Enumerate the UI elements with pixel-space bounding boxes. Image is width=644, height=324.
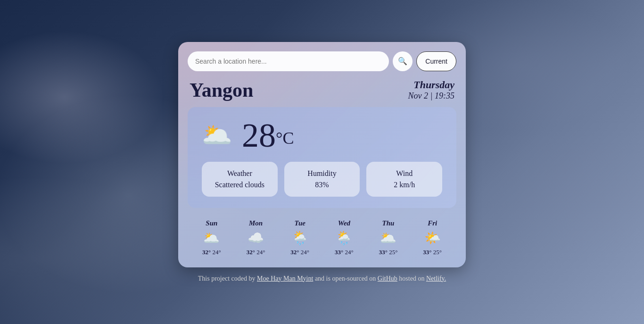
github-link[interactable]: GitHub [378, 275, 397, 282]
weather-main: 🌥️ 28°C Weather Scattered clouds Humidit… [188, 107, 456, 208]
search-row: 🔍 Current [188, 51, 456, 71]
weather-card-info: Weather Scattered clouds [202, 162, 278, 197]
footer: This project coded by Moe Hay Man Myint … [198, 275, 446, 282]
weather-label: Weather [207, 169, 272, 178]
location-row: Yangon Thursday Nov 2 | 19:35 [188, 79, 456, 101]
humidity-label: Humidity [290, 169, 355, 178]
day-of-week: Thursday [408, 79, 454, 91]
forecast-day: Sun 🌥️ 32° 24° [190, 219, 234, 256]
forecast-icon: 🌤️ [424, 230, 441, 246]
city-name: Yangon [190, 79, 253, 101]
weather-value: Scattered clouds [207, 181, 272, 189]
forecast-day-name: Fri [428, 219, 437, 227]
forecast-icon: 🌦️ [292, 230, 308, 246]
current-location-button[interactable]: Current [416, 51, 456, 71]
forecast-day: Fri 🌤️ 33° 25° [410, 219, 454, 256]
humidity-card: Humidity 83% [284, 162, 360, 197]
temp-row: 🌥️ 28°C [202, 118, 442, 152]
footer-text-middle: and is open-sourced on [313, 275, 377, 282]
temperature-value: 28 [242, 116, 276, 154]
search-input[interactable] [188, 51, 389, 71]
weather-card: 🔍 Current Yangon Thursday Nov 2 | 19:35 … [178, 42, 466, 267]
wind-value: 2 km/h [372, 181, 437, 189]
search-button[interactable]: 🔍 [393, 51, 413, 71]
forecast-icon: 🌦️ [336, 230, 352, 246]
main-content: 🔍 Current Yangon Thursday Nov 2 | 19:35 … [178, 42, 466, 282]
forecast-day: Tue 🌦️ 32° 24° [278, 219, 322, 256]
forecast-day-name: Tue [294, 219, 305, 227]
forecast-day: Thu 🌥️ 33° 25° [366, 219, 411, 256]
forecast-icon: 🌥️ [203, 230, 220, 246]
temperature-display: 28°C [242, 118, 294, 152]
humidity-value: 83% [290, 181, 355, 189]
date-full: Nov 2 | 19:35 [408, 91, 454, 100]
search-icon: 🔍 [398, 57, 407, 66]
forecast-temps: 33° 25° [379, 249, 398, 256]
wind-label: Wind [372, 169, 437, 178]
info-cards: Weather Scattered clouds Humidity 83% Wi… [202, 162, 442, 197]
forecast-icon: ☁️ [248, 230, 264, 246]
wind-card: Wind 2 km/h [366, 162, 442, 197]
forecast-day-name: Wed [338, 219, 350, 227]
temperature-unit: °C [276, 128, 294, 147]
date-time: Thursday Nov 2 | 19:35 [408, 79, 454, 101]
forecast-temps: 33° 25° [423, 249, 442, 256]
forecast-temps: 32° 24° [202, 249, 221, 256]
forecast-icon: 🌥️ [380, 230, 396, 246]
forecast-day: Wed 🌦️ 33° 24° [322, 219, 366, 256]
forecast-temps: 32° 24° [290, 249, 309, 256]
forecast-temps: 33° 24° [335, 249, 354, 256]
forecast-day-name: Thu [382, 219, 395, 227]
netlify-link[interactable]: Netlify. [426, 275, 446, 282]
forecast-day: Mon ☁️ 32° 24° [234, 219, 278, 256]
author-link[interactable]: Moe Hay Man Myint [257, 275, 313, 282]
forecast-row: Sun 🌥️ 32° 24° Mon ☁️ 32° 24° Tue 🌦️ 32°… [188, 216, 456, 258]
forecast-temps: 32° 24° [247, 249, 265, 256]
footer-text-before: This project coded by [198, 275, 257, 282]
forecast-day-name: Mon [249, 219, 263, 227]
footer-text-after: hosted on [397, 275, 426, 282]
forecast-day-name: Sun [206, 219, 217, 227]
current-weather-icon: 🌥️ [202, 121, 232, 150]
